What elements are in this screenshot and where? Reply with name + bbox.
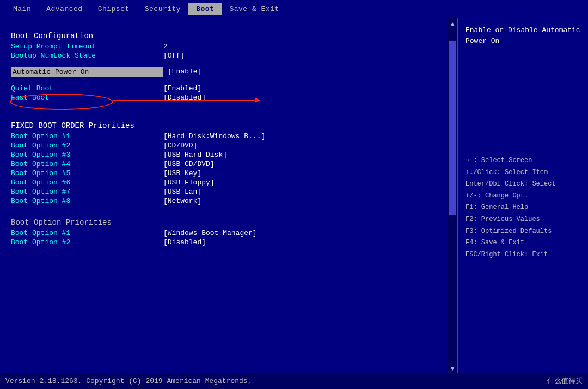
menu-advanced[interactable]: Advanced xyxy=(39,3,90,15)
setup-prompt-timeout-row[interactable]: Setup Prompt Timeout 2 xyxy=(11,42,437,51)
fast-boot-label: Fast Boot xyxy=(11,94,163,102)
fixed-boot-option-6-value: [USB Floppy] xyxy=(163,178,215,187)
fixed-boot-option-6-row[interactable]: Boot Option #6 [USB Floppy] xyxy=(11,178,437,187)
fixed-boot-option-4-label: Boot Option #4 xyxy=(11,160,163,168)
fixed-boot-option-8-label: Boot Option #8 xyxy=(11,197,163,205)
help-key-f3: F3: Optimized Defaults xyxy=(465,226,580,238)
content-scrollbar-wrapper: Boot Configuration Setup Prompt Timeout … xyxy=(0,18,457,375)
boot-priority-2-value: [Disabled] xyxy=(163,238,206,246)
fixed-boot-option-1-value: [Hard Disk:Windows B...] xyxy=(163,132,265,140)
fixed-boot-option-3-value: [USB Hard Disk] xyxy=(163,151,227,159)
scrollbar[interactable]: ▲ ▼ xyxy=(448,18,457,375)
help-key-enter: Enter/Dbl Click: Select xyxy=(465,178,580,190)
footer-version: Version 2.18.1263. Copyright (C) 2019 Am… xyxy=(5,377,252,385)
help-panel: Enable or Disable Automatic Power On →←:… xyxy=(457,18,588,375)
help-key-f2: F2: Previous Values xyxy=(465,214,580,226)
fixed-boot-option-2-row[interactable]: Boot Option #2 [CD/DVD] xyxy=(11,141,437,150)
boot-priority-2-label: Boot Option #2 xyxy=(11,238,163,246)
boot-priority-1-label: Boot Option #1 xyxy=(11,229,163,237)
fixed-boot-option-7-row[interactable]: Boot Option #7 [USB Lan] xyxy=(11,188,437,196)
boot-priority-1-value: [Windows Boot Manager] xyxy=(163,229,257,237)
main-layout: Boot Configuration Setup Prompt Timeout … xyxy=(0,18,588,375)
help-key-esc: ESC/Right Click: Exit xyxy=(465,249,580,261)
fixed-boot-option-7-value: [USB Lan] xyxy=(163,188,201,196)
numlock-state-row[interactable]: Bootup NumLock State [Off] xyxy=(11,52,437,60)
help-key-f4: F4: Save & Exit xyxy=(465,237,580,249)
menu-bar: Main Advanced Chipset Security Boot Save… xyxy=(0,0,588,18)
scroll-thumb[interactable] xyxy=(449,41,456,215)
fixed-boot-order-title: FIXED BOOT ORDER Priorities xyxy=(11,121,437,130)
quiet-boot-label: Quiet Boot xyxy=(11,84,163,92)
help-key-f1: F1: General Help xyxy=(465,202,580,214)
fixed-boot-option-8-value: [Network] xyxy=(163,197,201,205)
fixed-boot-option-2-value: [CD/DVD] xyxy=(163,141,197,150)
fixed-boot-option-5-label: Boot Option #5 xyxy=(11,169,163,177)
boot-option-priorities-title: Boot Option Priorities xyxy=(11,218,437,227)
automatic-power-on-label: Automatic Power On xyxy=(11,67,163,77)
fixed-boot-option-7-label: Boot Option #7 xyxy=(11,188,163,196)
fixed-boot-option-1-row[interactable]: Boot Option #1 [Hard Disk:Windows B...] xyxy=(11,132,437,140)
numlock-state-value: [Off] xyxy=(163,52,185,60)
fixed-boot-option-3-row[interactable]: Boot Option #3 [USB Hard Disk] xyxy=(11,151,437,159)
boot-priority-2-row[interactable]: Boot Option #2 [Disabled] xyxy=(11,238,437,246)
boot-config-title: Boot Configuration xyxy=(11,32,437,40)
help-key-select-screen: →←: Select Screen xyxy=(465,155,580,167)
menu-security[interactable]: Security xyxy=(137,3,188,15)
numlock-state-label: Bootup NumLock State xyxy=(11,52,163,60)
menu-main[interactable]: Main xyxy=(5,3,39,15)
scroll-up-arrow[interactable]: ▲ xyxy=(450,18,454,30)
fixed-boot-option-5-row[interactable]: Boot Option #5 [USB Key] xyxy=(11,169,437,177)
help-title: Enable or Disable Automatic Power On xyxy=(465,25,580,46)
menu-save-exit[interactable]: Save & Exit xyxy=(222,3,286,15)
fixed-boot-option-1-label: Boot Option #1 xyxy=(11,132,163,140)
fixed-boot-option-3-label: Boot Option #3 xyxy=(11,151,163,159)
help-key-change-opt: +/-: Change Opt. xyxy=(465,190,580,202)
fixed-boot-option-5-value: [USB Key] xyxy=(163,169,201,177)
boot-priority-1-row[interactable]: Boot Option #1 [Windows Boot Manager] xyxy=(11,229,437,237)
fixed-boot-option-4-value: [USB CD/DVD] xyxy=(163,160,215,168)
help-keys: →←: Select Screen ↑↓/Click: Select Item … xyxy=(465,155,580,261)
footer: Version 2.18.1263. Copyright (C) 2019 Am… xyxy=(0,373,588,389)
fixed-boot-option-4-row[interactable]: Boot Option #4 [USB CD/DVD] xyxy=(11,160,437,168)
fast-boot-value: [Disabled] xyxy=(163,94,206,102)
fixed-boot-option-8-row[interactable]: Boot Option #8 [Network] xyxy=(11,197,437,205)
quiet-boot-row[interactable]: Quiet Boot [Enabled] xyxy=(11,84,437,92)
setup-prompt-timeout-value: 2 xyxy=(163,42,168,51)
menu-boot[interactable]: Boot xyxy=(188,3,222,15)
help-key-select-item: ↑↓/Click: Select Item xyxy=(465,167,580,179)
menu-chipset[interactable]: Chipset xyxy=(90,3,137,15)
automatic-power-on-value: [Enable] xyxy=(168,67,201,77)
fixed-boot-option-6-label: Boot Option #6 xyxy=(11,178,163,187)
quiet-boot-value: [Enabled] xyxy=(163,84,201,92)
fixed-boot-option-2-label: Boot Option #2 xyxy=(11,141,163,150)
content-panel: Boot Configuration Setup Prompt Timeout … xyxy=(0,18,448,375)
automatic-power-on-row[interactable]: Automatic Power On [Enable] xyxy=(11,67,437,77)
footer-brand: 什么值得买 xyxy=(547,376,583,386)
setup-prompt-timeout-label: Setup Prompt Timeout xyxy=(11,42,163,51)
fast-boot-row[interactable]: Fast Boot [Disabled] xyxy=(11,94,437,102)
